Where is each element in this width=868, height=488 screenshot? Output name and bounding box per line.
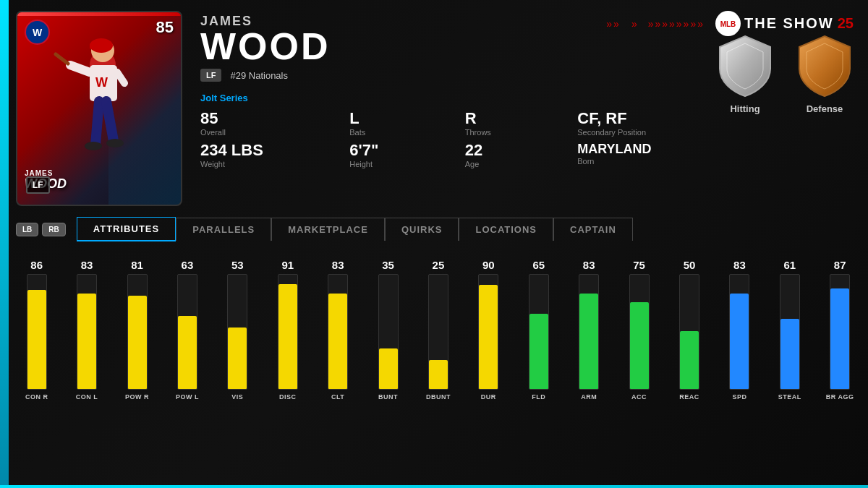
show-year: 25 [838, 15, 854, 32]
bar-item-vis: 53VIS [217, 260, 258, 401]
bar-track-8 [428, 274, 448, 390]
bar-value-12: 75 [633, 260, 645, 270]
player-silhouette: W [32, 27, 174, 168]
bar-track-9 [478, 274, 498, 390]
bar-value-15: 61 [783, 260, 796, 270]
bar-item-dbunt: 25DBUNT [417, 260, 459, 401]
tab-parallels[interactable]: PARALLELS [176, 218, 271, 241]
svg-line-8 [95, 101, 99, 145]
tab-attributes[interactable]: ATTRIBUTES [77, 217, 176, 241]
bar-fill-7 [379, 348, 398, 389]
bumper-rb[interactable]: RB [42, 223, 65, 236]
bar-label-15: STEAL [778, 393, 801, 401]
height-value: 6'7" [349, 142, 443, 158]
jersey-team: #29 Nationals [230, 70, 288, 81]
bar-fill-6 [328, 294, 347, 389]
age-label: Age [465, 160, 556, 168]
bar-fill-8 [429, 360, 448, 389]
bottom-accent-bar [0, 485, 868, 488]
tab-captain[interactable]: CAPTAIN [553, 218, 633, 241]
svg-text:MLB: MLB [720, 20, 736, 28]
bar-label-14: SPD [732, 393, 746, 401]
bar-value-10: 65 [532, 260, 545, 270]
defense-badge: Defense [796, 33, 854, 114]
defense-badge-label: Defense [807, 103, 843, 114]
hitting-badge-label: Hitting [730, 103, 760, 114]
throws-label: Throws [465, 128, 556, 137]
bar-track-2 [127, 274, 148, 390]
bar-track-3 [177, 274, 197, 390]
stat-weight: 234 LBS Weight [200, 142, 328, 168]
bats-label: Bats [349, 128, 443, 137]
nav-bumpers: LB RB [16, 223, 66, 236]
overall-value: 85 [200, 111, 328, 127]
bar-fill-15 [780, 319, 799, 389]
age-value: 22 [465, 142, 556, 158]
bar-item-clt: 83CLT [317, 260, 358, 401]
bar-label-2: POW R [125, 393, 149, 401]
bar-label-7: BUNT [378, 393, 398, 401]
bar-item-arm: 83ARM [568, 260, 609, 401]
bar-track-4 [227, 274, 247, 390]
bar-item-reac: 50REAC [668, 260, 710, 401]
bar-item-con-l: 83CON L [66, 260, 107, 401]
stat-height: 6'7" Height [349, 142, 443, 168]
bar-value-5: 91 [281, 260, 294, 270]
bar-item-br-agg: 87BR AGG [820, 260, 861, 401]
main-content: W 85 [9, 0, 868, 488]
born-label: Born [577, 157, 716, 166]
stat-born: MARYLAND Born [577, 142, 716, 168]
bar-fill-10 [529, 314, 548, 389]
svg-line-7 [56, 54, 68, 64]
bats-value: L [349, 111, 443, 127]
attributes-bars-container: 86CON R83CON L81POW R63POW L53VIS91DISC8… [16, 260, 861, 419]
stat-age: 22 Age [465, 142, 556, 168]
bar-item-bunt: 35BUNT [367, 260, 409, 401]
bar-label-6: CLT [331, 393, 344, 401]
svg-point-11 [106, 139, 124, 147]
navigation-tabs: LB RB ATTRIBUTES PARALLELS MARKETPLACE Q… [9, 217, 868, 241]
weight-label: Weight [200, 160, 328, 168]
top-nav: »» » »»»»»»»» MLB THE SHOW 25 [606, 11, 854, 36]
bar-fill-13 [680, 331, 699, 389]
bar-value-1: 83 [81, 260, 93, 270]
bar-track-12 [629, 274, 650, 390]
bar-track-5 [278, 274, 298, 390]
bar-track-1 [77, 274, 97, 390]
bar-label-12: ACC [631, 393, 647, 401]
bar-item-con-r: 86CON R [16, 260, 57, 401]
hitting-badge: Hitting [716, 33, 774, 114]
svg-rect-3 [90, 43, 104, 49]
nav-arrow-single: » [631, 18, 637, 30]
secondary-pos-label: Secondary Position [577, 128, 716, 137]
tab-locations[interactable]: LOCATIONS [459, 218, 553, 241]
nav-arrows-left: »» [606, 18, 621, 30]
bar-item-steal: 61STEAL [769, 260, 810, 401]
bar-fill-1 [77, 294, 96, 389]
bar-label-3: POW L [176, 393, 199, 401]
bar-value-0: 86 [30, 260, 43, 270]
bar-value-9: 90 [482, 260, 495, 270]
bar-label-8: DBUNT [426, 393, 451, 401]
bar-item-fld: 65FLD [518, 260, 559, 401]
mlb-icon: MLB [715, 11, 741, 36]
game-logo: MLB THE SHOW 25 [715, 11, 854, 36]
bar-label-4: VIS [231, 393, 243, 401]
player-meta: LF #29 Nationals [200, 69, 716, 82]
bar-label-16: BR AGG [826, 393, 854, 401]
tab-quirks[interactable]: QUIRKS [385, 218, 459, 241]
stat-throws: R Throws [465, 111, 556, 137]
bar-track-15 [780, 274, 800, 390]
nav-arrows-right: »»»»»»»» [648, 18, 705, 30]
bar-fill-14 [730, 294, 749, 389]
bar-fill-4 [228, 328, 247, 389]
stat-overall: 85 Overall [200, 111, 328, 137]
svg-point-10 [85, 142, 102, 150]
tab-marketplace[interactable]: MARKETPLACE [271, 218, 385, 241]
bumper-lb[interactable]: LB [16, 223, 38, 236]
bar-track-6 [328, 274, 348, 390]
series-name: Jolt Series [200, 93, 716, 103]
bar-track-13 [679, 274, 699, 390]
svg-line-5 [70, 65, 90, 72]
defense-shield-icon [796, 33, 854, 98]
